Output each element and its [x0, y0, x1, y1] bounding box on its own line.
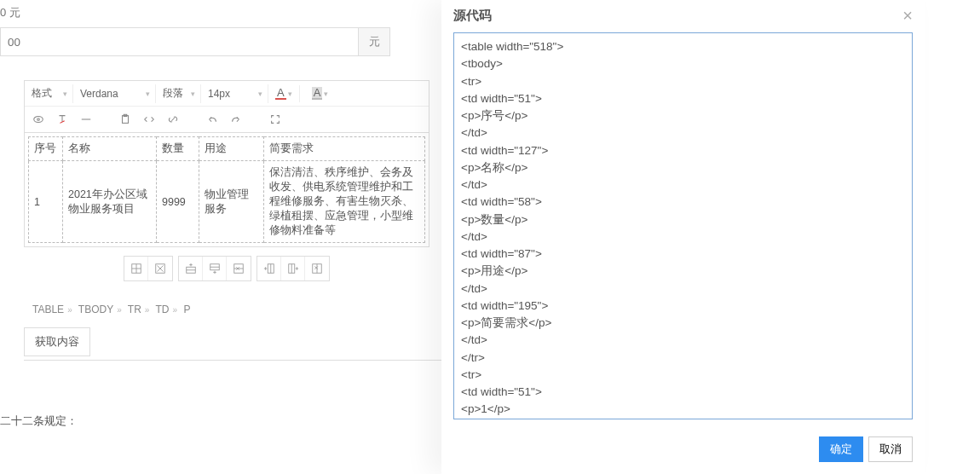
- table-header-row: 序号 名称 数量 用途 简要需求: [29, 137, 425, 161]
- table-props-icon[interactable]: [124, 257, 148, 280]
- get-content-button[interactable]: 获取内容: [24, 327, 90, 356]
- paragraph-select[interactable]: 段落▾: [156, 82, 200, 106]
- undo-icon[interactable]: [205, 113, 219, 126]
- fontsize-select[interactable]: 14px▾: [201, 82, 268, 106]
- horizontal-rule-icon[interactable]: [79, 113, 93, 126]
- amount-input[interactable]: [0, 27, 358, 56]
- insert-row-before-icon[interactable]: [179, 257, 203, 280]
- delete-table-icon[interactable]: [148, 257, 172, 280]
- svg-point-1: [37, 118, 40, 121]
- chevron-down-icon: ▾: [324, 90, 328, 98]
- insert-col-after-icon[interactable]: [281, 257, 305, 280]
- code-icon[interactable]: [142, 113, 156, 126]
- ok-button[interactable]: 确定: [819, 436, 863, 462]
- highlight-color-button[interactable]: A▾: [310, 82, 331, 106]
- chevron-down-icon: ▾: [258, 90, 262, 98]
- text-color-icon: A: [275, 87, 286, 100]
- text-color-button[interactable]: A▾: [274, 82, 294, 106]
- cancel-button[interactable]: 取消: [868, 436, 913, 462]
- link-icon[interactable]: [166, 113, 180, 126]
- redo-icon[interactable]: [229, 113, 243, 126]
- clear-format-icon[interactable]: [55, 113, 69, 126]
- svg-point-0: [34, 117, 43, 123]
- yuan-addon: 元: [358, 27, 390, 56]
- close-icon[interactable]: ×: [902, 7, 913, 24]
- modal-title: 源代码: [453, 8, 492, 24]
- font-select[interactable]: Verdana▾: [73, 82, 155, 106]
- preview-icon[interactable]: [32, 113, 45, 126]
- highlight-icon: A: [312, 87, 323, 100]
- insert-col-before-icon[interactable]: [257, 257, 281, 280]
- editor-content[interactable]: 序号 名称 数量 用途 简要需求 1 2021年办公区域物业服务项目 9999 …: [24, 132, 429, 247]
- format-select[interactable]: 格式▾: [25, 82, 72, 106]
- chevron-down-icon: ▾: [191, 90, 195, 98]
- data-table: 序号 名称 数量 用途 简要需求 1 2021年办公区域物业服务项目 9999 …: [28, 136, 425, 243]
- chevron-down-icon: ▾: [146, 90, 150, 98]
- breadcrumb: TABLE» TBODY» TR» TD» P: [24, 298, 429, 321]
- paste-icon[interactable]: [118, 113, 132, 126]
- delete-col-icon[interactable]: [305, 257, 329, 280]
- table-toolbar: [24, 256, 429, 281]
- fullscreen-icon[interactable]: [268, 113, 282, 126]
- editor-toolbar: 格式▾ Verdana▾ 段落▾ 14px▾ A▾ A▾: [24, 80, 429, 132]
- source-code-modal: 源代码 × 确定 取消: [441, 0, 925, 474]
- delete-row-icon[interactable]: [227, 257, 251, 280]
- table-row: 1 2021年办公区域物业服务项目 9999 物业管理服务 保洁清洁、秩序维护、…: [29, 161, 425, 243]
- source-textarea[interactable]: [453, 32, 913, 419]
- insert-row-after-icon[interactable]: [203, 257, 227, 280]
- chevron-down-icon: ▾: [63, 90, 67, 98]
- chevron-down-icon: ▾: [288, 90, 292, 98]
